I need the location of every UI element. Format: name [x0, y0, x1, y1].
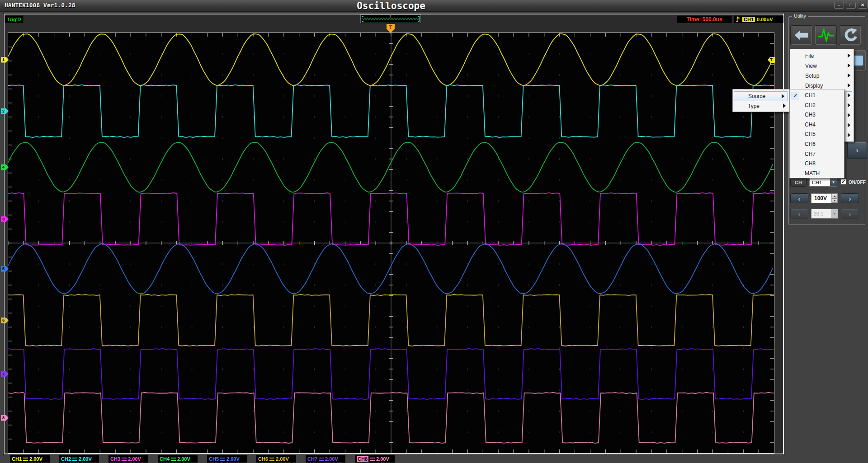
scope-frame: Trig'D T Time: 500.0us CH1 0.00uV T T [4, 14, 784, 454]
channel-readout-ch4[interactable]: CH42.00V [158, 455, 198, 463]
menu-item-ch7[interactable]: CH7 [790, 150, 844, 159]
submenu-arrow-icon [848, 93, 850, 98]
channel-name: CH1 [12, 456, 22, 462]
dc-coupling-icon [269, 458, 274, 461]
chevron-right-icon: › [856, 146, 859, 155]
volts-per-div-value: 2.00V [376, 456, 389, 462]
menu-item-source[interactable]: Source [734, 91, 788, 101]
trace-ch4 [8, 142, 773, 192]
menu-item-type[interactable]: Type [733, 101, 789, 111]
source-submenu: CH1✓CH2CH3CH4CH5CH6CH7CH8MATH [789, 89, 844, 178]
volts-per-div-value: 2.00V [79, 456, 92, 462]
range-prev-button[interactable]: ‹ [790, 193, 808, 203]
pulse-icon [817, 27, 835, 43]
channel-readout-ch5[interactable]: CH52.00V [207, 455, 247, 463]
dc-coupling-icon [122, 458, 127, 461]
volts-per-div-value: 2.00V [29, 456, 42, 462]
submenu-arrow-icon [848, 63, 850, 68]
channel-readout-ch6[interactable]: CH62.00V [256, 455, 296, 463]
channel-name: CH7 [307, 456, 317, 462]
next-page-button[interactable]: › [847, 142, 867, 159]
preview-trigger-marker: T [389, 14, 392, 19]
menu-item-file[interactable]: File [790, 51, 854, 61]
channel-readout-ch2[interactable]: CH22.00V [59, 455, 99, 463]
dc-coupling-icon [72, 458, 77, 461]
menu-item-label: File [805, 53, 814, 59]
channel-select-value: CH1 [810, 180, 830, 185]
minimize-button[interactable]: – [834, 2, 844, 9]
scope-display[interactable] [8, 33, 774, 454]
waveform-button[interactable] [815, 25, 837, 45]
menu-item-label: CH4 [805, 122, 816, 128]
close-button[interactable]: ✕ [858, 2, 868, 9]
menu-item-label: CH2 [805, 102, 816, 108]
trace-ch1 [8, 34, 773, 86]
chevron-right-icon: › [849, 210, 851, 218]
utility-group-label: Utility [792, 13, 808, 19]
ch-button[interactable]: CH [790, 178, 807, 187]
app-window: HANTEK1008 Ver1.0.28 Oscilloscope – □ ✕ … [0, 0, 868, 463]
submenu-arrow-icon [848, 133, 850, 137]
dc-coupling-icon [319, 458, 324, 461]
trigger-status-badge: Trig'D [5, 15, 24, 23]
menu-item-math[interactable]: MATH [790, 169, 844, 179]
chevron-down-icon[interactable]: ▼ [830, 178, 837, 186]
spin-up-icon[interactable]: ▲ [832, 194, 838, 198]
menu-item-label: Type [748, 103, 760, 109]
back-button[interactable] [790, 25, 812, 45]
range-value: 100V [811, 194, 831, 203]
menu-item-view[interactable]: View [790, 61, 854, 71]
range-next-button[interactable]: › [841, 193, 859, 203]
volts-per-div-value: 2.00V [128, 456, 141, 462]
redo-button[interactable] [839, 25, 861, 45]
waveform-plot [8, 33, 774, 453]
volts-per-div-value: 2.00V [325, 456, 338, 462]
channel-select[interactable]: CH1 ▼ [809, 178, 837, 187]
probe-next-button[interactable]: › [841, 209, 859, 219]
chevron-down-icon: ▼ [831, 209, 838, 218]
channel-readout-ch7[interactable]: CH72.00V [306, 455, 345, 463]
channel-name: CH8 [357, 456, 368, 462]
channel-name: CH5 [209, 456, 219, 462]
maximize-button[interactable]: □ [846, 2, 856, 9]
menu-item-label: CH1 [805, 92, 816, 98]
submenu-arrow-icon [783, 103, 786, 108]
spinner-arrows: ▲ ▼ [831, 194, 838, 203]
trigger-info-readout: CH1 0.00uV [734, 15, 783, 23]
trigger-level-value: 0.00uV [757, 17, 773, 22]
submenu-arrow-icon [848, 53, 850, 58]
menu-item-ch3[interactable]: CH3 [790, 110, 844, 120]
back-arrow-icon [795, 30, 808, 41]
menu-item-label: Display [805, 83, 823, 89]
channel-name: CH6 [258, 456, 268, 462]
volts-per-div-value: 2.00V [226, 456, 240, 462]
range-spinner[interactable]: 100V ▲ ▼ [811, 193, 838, 203]
channel-readout-ch3[interactable]: CH32.00V [108, 455, 148, 463]
trigger-position-marker[interactable]: T [387, 24, 395, 33]
menu-item-ch2[interactable]: CH2 [790, 101, 844, 111]
probe-value: 20:1 [811, 211, 831, 216]
menu-item-label: CH3 [805, 112, 816, 118]
menu-item-label: CH6 [805, 141, 816, 147]
menu-item-ch4[interactable]: CH4 [790, 120, 844, 130]
menu-item-ch6[interactable]: CH6 [790, 140, 844, 150]
preview-right-bracket-icon [418, 16, 420, 22]
trigger-context-menu: SourceType [732, 89, 789, 112]
menu-item-setup[interactable]: Setup [790, 71, 854, 81]
menu-item-ch1[interactable]: CH1✓ [790, 91, 844, 101]
acquisition-preview[interactable]: T [360, 14, 421, 23]
probe-prev-button[interactable]: ‹ [790, 209, 808, 219]
channel-name: CH4 [160, 456, 170, 462]
spin-down-icon[interactable]: ▼ [832, 198, 838, 203]
submenu-arrow-icon [848, 103, 850, 108]
volts-per-div-value: 2.00V [276, 456, 289, 462]
channel-readout-ch8[interactable]: CH82.00V [355, 455, 395, 463]
dc-coupling-icon [370, 458, 375, 461]
menu-item-label: CH8 [805, 160, 816, 167]
menu-item-ch8[interactable]: CH8 [790, 159, 844, 169]
probe-select[interactable]: 20:1 ▼ [811, 209, 838, 219]
channel-readout-ch1[interactable]: CH12.00V [10, 455, 50, 463]
onoff-checkbox[interactable]: ✓ [840, 179, 846, 185]
trigger-source-badge: CH1 [742, 17, 755, 22]
menu-item-ch5[interactable]: CH5 [790, 130, 844, 140]
